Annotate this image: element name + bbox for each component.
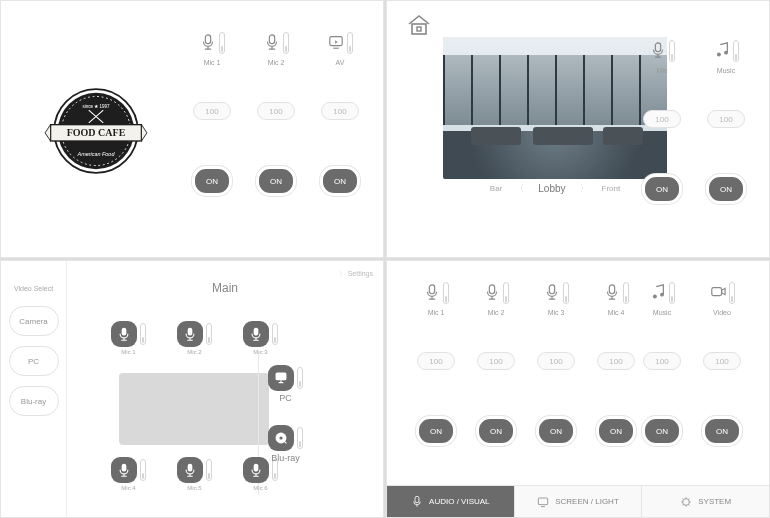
- p4r-channel-0: Music100ON: [639, 281, 685, 446]
- chevron-up-icon[interactable]: [421, 336, 451, 348]
- svg-rect-23: [539, 498, 548, 505]
- chevron-dn-icon[interactable]: [601, 374, 631, 386]
- source-pc[interactable]: PC: [268, 365, 303, 403]
- volume-value: 100: [537, 352, 575, 370]
- chevron-dn-icon[interactable]: [421, 374, 451, 386]
- tab-system[interactable]: SYSTEM: [642, 486, 769, 517]
- chevron-dn-icon[interactable]: [197, 124, 227, 136]
- chevron-dn-icon[interactable]: [707, 390, 737, 402]
- pc-icon: [268, 365, 294, 391]
- power-button[interactable]: ON: [416, 416, 456, 446]
- video-select-bluray[interactable]: Blu-ray: [9, 386, 59, 416]
- chevron-dn-icon[interactable]: [197, 140, 227, 152]
- chevron-up-icon[interactable]: [541, 320, 571, 332]
- zone-next[interactable]: 〉: [580, 183, 588, 194]
- tab-screen-light[interactable]: SCREEN / LIGHT: [515, 486, 643, 517]
- chevron-up-icon[interactable]: [197, 86, 227, 98]
- power-button[interactable]: ON: [256, 166, 296, 196]
- chevron-dn-icon[interactable]: [647, 132, 677, 144]
- video-select-pc[interactable]: PC: [9, 346, 59, 376]
- home-button[interactable]: [405, 13, 433, 37]
- chevron-up-icon[interactable]: [261, 70, 291, 82]
- power-button[interactable]: ON: [642, 174, 682, 204]
- level-meter: [733, 40, 739, 62]
- chevron-up-icon[interactable]: [647, 94, 677, 106]
- power-button[interactable]: ON: [320, 166, 360, 196]
- seat-mic-3[interactable]: Mic 3: [243, 321, 278, 355]
- chevron-up-icon[interactable]: [711, 94, 741, 106]
- chevron-up-icon[interactable]: [707, 336, 737, 348]
- power-button[interactable]: ON: [536, 416, 576, 446]
- chevron-dn-icon[interactable]: [647, 374, 677, 386]
- chevron-dn-icon[interactable]: [261, 140, 291, 152]
- volume-value: 100: [321, 102, 359, 120]
- channel-label: Mic 1: [428, 309, 445, 316]
- power-button[interactable]: ON: [192, 166, 232, 196]
- seat-mic-4[interactable]: Mic 4: [111, 457, 146, 491]
- chevron-dn-icon[interactable]: [647, 390, 677, 402]
- level-meter: [669, 282, 675, 304]
- seat-mic-1[interactable]: Mic 1: [111, 321, 146, 355]
- channel-label: Mic: [657, 67, 668, 74]
- p4r-channel-1: Video100ON: [699, 281, 745, 446]
- chevron-up-icon[interactable]: [261, 86, 291, 98]
- chevron-dn-icon[interactable]: [711, 148, 741, 160]
- video-select-camera[interactable]: Camera: [9, 306, 59, 336]
- p2-channel-0: Mic100ON: [639, 39, 685, 204]
- chevron-dn-icon[interactable]: [707, 374, 737, 386]
- chevron-up-icon[interactable]: [647, 336, 677, 348]
- settings-link[interactable]: 〉 Settings: [339, 269, 373, 279]
- chevron-dn-icon[interactable]: [325, 140, 355, 152]
- source-bluray[interactable]: Blu-ray: [268, 425, 303, 463]
- zone-prev[interactable]: 〈: [516, 183, 524, 194]
- mic-icon: [243, 321, 269, 347]
- chevron-up-icon[interactable]: [481, 320, 511, 332]
- mic-icon: [604, 283, 620, 303]
- chevron-up-icon[interactable]: [421, 320, 451, 332]
- bottom-tabs: AUDIO / VISUAL SCREEN / LIGHT SYSTEM: [387, 485, 769, 517]
- chevron-up-icon[interactable]: [325, 70, 355, 82]
- power-button[interactable]: ON: [642, 416, 682, 446]
- chevron-up-icon[interactable]: [325, 86, 355, 98]
- chevron-dn-icon[interactable]: [541, 390, 571, 402]
- chevron-dn-icon[interactable]: [711, 132, 741, 144]
- chevron-up-icon[interactable]: [541, 336, 571, 348]
- chevron-dn-icon[interactable]: [541, 374, 571, 386]
- mic-icon: [111, 457, 137, 483]
- chevron-up-icon[interactable]: [197, 70, 227, 82]
- level-meter: [623, 282, 629, 304]
- volume-value: 100: [703, 352, 741, 370]
- chevron-up-icon[interactable]: [647, 320, 677, 332]
- chevron-up-icon[interactable]: [481, 336, 511, 348]
- seat-mic-2[interactable]: Mic 2: [177, 321, 212, 355]
- seat-mic-5[interactable]: Mic 5: [177, 457, 212, 491]
- p1-channel-0: Mic 1100ON: [189, 31, 235, 196]
- chevron-dn-icon[interactable]: [647, 148, 677, 160]
- mic-icon: [243, 457, 269, 483]
- chevron-dn-icon[interactable]: [601, 390, 631, 402]
- power-button[interactable]: ON: [596, 416, 636, 446]
- chevron-dn-icon[interactable]: [481, 374, 511, 386]
- svg-marker-15: [45, 125, 50, 141]
- chevron-up-icon[interactable]: [601, 320, 631, 332]
- volume-value: 100: [707, 110, 745, 128]
- tab-audio-visual[interactable]: AUDIO / VISUAL: [387, 486, 515, 517]
- chevron-up-icon[interactable]: [711, 78, 741, 90]
- p4l-channel-3: Mic 4100ON: [593, 281, 639, 446]
- power-button[interactable]: ON: [706, 174, 746, 204]
- power-button[interactable]: ON: [702, 416, 742, 446]
- chevron-dn-icon[interactable]: [261, 124, 291, 136]
- channel-label: Mic 3: [548, 309, 565, 316]
- power-button[interactable]: ON: [476, 416, 516, 446]
- level-meter: [347, 32, 353, 54]
- chevron-up-icon[interactable]: [647, 78, 677, 90]
- chevron-dn-icon[interactable]: [325, 124, 355, 136]
- chevron-dn-icon[interactable]: [421, 390, 451, 402]
- channel-label: Mic 4: [608, 309, 625, 316]
- lobby-photo: [443, 37, 667, 179]
- video-select-sidebar: Video Select Camera PC Blu-ray: [1, 261, 67, 517]
- chevron-dn-icon[interactable]: [481, 390, 511, 402]
- chevron-up-icon[interactable]: [601, 336, 631, 348]
- chevron-up-icon[interactable]: [707, 320, 737, 332]
- zone-current: Lobby: [538, 183, 565, 194]
